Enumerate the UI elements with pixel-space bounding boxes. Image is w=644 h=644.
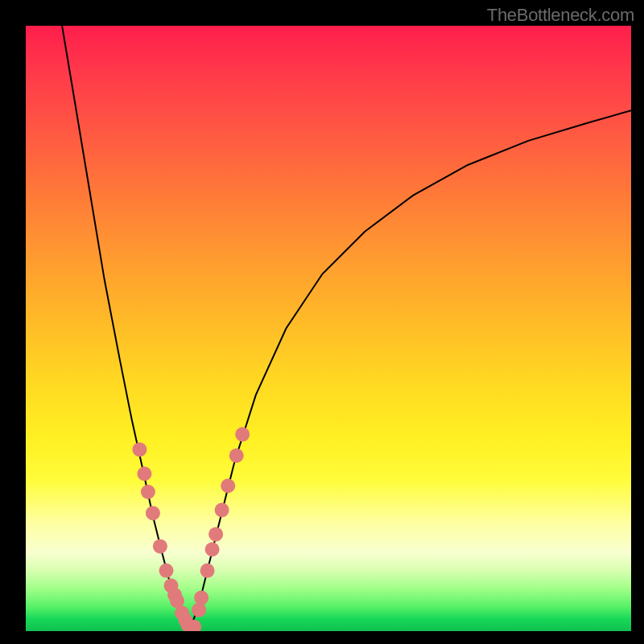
data-marker [221, 479, 235, 493]
data-marker [235, 427, 250, 442]
data-marker [132, 442, 147, 456]
watermark-text: TheBottleneck.com [487, 5, 634, 26]
data-marker [159, 564, 174, 578]
data-marker [192, 603, 206, 617]
marker-group [132, 427, 250, 631]
data-marker [141, 485, 155, 499]
chart-plot-area [26, 26, 631, 631]
data-marker [194, 591, 208, 605]
data-marker [153, 539, 167, 554]
data-marker [208, 527, 223, 542]
left-branch-curve [62, 26, 189, 631]
data-marker [200, 564, 215, 578]
right-branch-curve [189, 110, 631, 631]
curve-svg [26, 26, 631, 631]
data-marker [229, 448, 244, 463]
data-marker [205, 543, 220, 557]
data-marker [215, 503, 229, 518]
data-marker [137, 467, 151, 481]
data-marker [146, 506, 160, 520]
